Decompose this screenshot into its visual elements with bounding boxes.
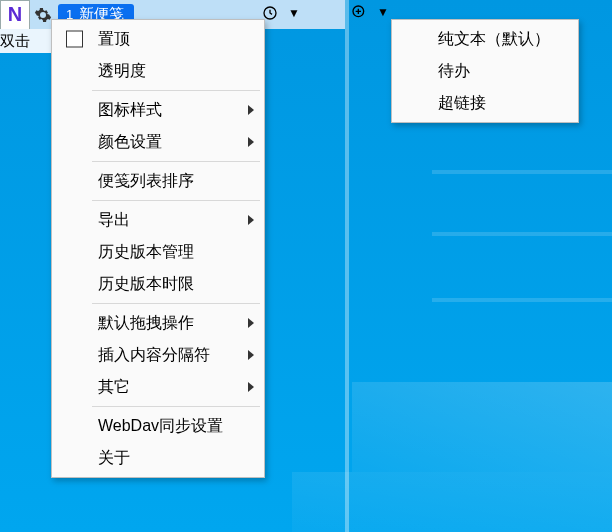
mini-toolbar-right: ▼: [349, 2, 393, 22]
decorative-ray: [352, 382, 612, 472]
menu-icon-style[interactable]: 图标样式: [54, 94, 262, 126]
double-click-hint: 双击: [0, 32, 30, 51]
menu-separator: [92, 200, 260, 201]
context-menu: 置顶 透明度 图标样式 颜色设置 便笺列表排序 导出 历史版本管理 历史版本时限: [51, 19, 265, 478]
menu-pin-top[interactable]: 置顶: [54, 23, 262, 55]
menu-label: 颜色设置: [98, 132, 162, 153]
gear-icon[interactable]: [34, 6, 52, 24]
menu-separator: [92, 406, 260, 407]
menu-label: 历史版本时限: [98, 274, 194, 295]
submenu-arrow-icon: [248, 215, 254, 225]
note-body-hint[interactable]: 双击: [0, 29, 51, 53]
menu-note-list-sort[interactable]: 便笺列表排序: [54, 165, 262, 197]
submenu-arrow-icon: [248, 105, 254, 115]
submenu-arrow-icon: [248, 382, 254, 392]
menu-insert-separator[interactable]: 插入内容分隔符: [54, 339, 262, 371]
decorative-ray: [432, 232, 612, 236]
decorative-ray: [292, 472, 612, 532]
menu-label: 待办: [438, 61, 470, 82]
menu-label: 其它: [98, 377, 130, 398]
dropdown-icon[interactable]: ▼: [284, 3, 304, 23]
menu-color-settings[interactable]: 颜色设置: [54, 126, 262, 158]
desktop-background: N 1 新便笺 双击 ▼ ▼ 置顶 透明度: [0, 0, 612, 532]
menu-label: 置顶: [98, 29, 130, 50]
menu-label: 便笺列表排序: [98, 171, 194, 192]
menu-label: 插入内容分隔符: [98, 345, 210, 366]
menu-default-drag[interactable]: 默认拖拽操作: [54, 307, 262, 339]
dropdown-icon[interactable]: ▼: [373, 2, 393, 22]
menu-about[interactable]: 关于: [54, 442, 262, 474]
menu-label: 图标样式: [98, 100, 162, 121]
menu-history-manage[interactable]: 历史版本管理: [54, 236, 262, 268]
menu-export[interactable]: 导出: [54, 204, 262, 236]
menu-label: 关于: [98, 448, 130, 469]
menu-label: 导出: [98, 210, 130, 231]
menu-webdav-sync[interactable]: WebDav同步设置: [54, 410, 262, 442]
menu-label: 纯文本（默认）: [438, 29, 550, 50]
submenu-plain-text[interactable]: 纯文本（默认）: [394, 23, 576, 55]
context-submenu: 纯文本（默认） 待办 超链接: [391, 19, 579, 123]
submenu-todo[interactable]: 待办: [394, 55, 576, 87]
menu-history-limit[interactable]: 历史版本时限: [54, 268, 262, 300]
menu-label: 超链接: [438, 93, 486, 114]
zoom-in-icon[interactable]: [349, 2, 369, 22]
menu-label: WebDav同步设置: [98, 416, 223, 437]
menu-separator: [92, 90, 260, 91]
menu-separator: [92, 161, 260, 162]
pane-divider[interactable]: [345, 0, 349, 532]
decorative-ray: [432, 298, 612, 302]
menu-label: 历史版本管理: [98, 242, 194, 263]
menu-label: 默认拖拽操作: [98, 313, 194, 334]
submenu-hyperlink[interactable]: 超链接: [394, 87, 576, 119]
submenu-arrow-icon: [248, 318, 254, 328]
submenu-arrow-icon: [248, 350, 254, 360]
menu-label: 透明度: [98, 61, 146, 82]
menu-separator: [92, 303, 260, 304]
checkbox-icon: [66, 31, 83, 48]
menu-other[interactable]: 其它: [54, 371, 262, 403]
menu-opacity[interactable]: 透明度: [54, 55, 262, 87]
decorative-ray: [432, 170, 612, 174]
submenu-arrow-icon: [248, 137, 254, 147]
app-logo[interactable]: N: [0, 0, 30, 30]
mini-toolbar-left: ▼: [260, 3, 304, 23]
